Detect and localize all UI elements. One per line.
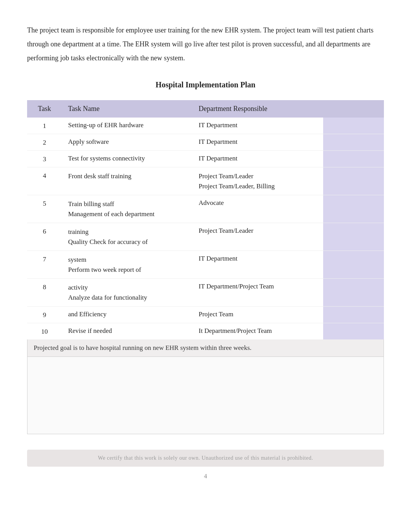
task-dept: Project Team — [192, 307, 323, 323]
table-row: 3 Test for systems connectivity IT Depar… — [27, 151, 384, 167]
implementation-table: Task Task Name Department Responsible 1 … — [27, 100, 384, 339]
task-dept: IT Department — [192, 251, 323, 279]
task-num: 7 — [27, 251, 62, 279]
table-row: 6 trainingQuality Check for accuracy of … — [27, 223, 384, 251]
task-name: systemPerform two week report of — [62, 251, 192, 279]
blank-area — [27, 357, 384, 434]
task-num: 8 — [27, 279, 62, 307]
task-name: and Efficiency — [62, 307, 192, 323]
table-title: Hospital Implementation Plan — [27, 80, 384, 89]
task-name: Setting-up of EHR hardware — [62, 118, 192, 134]
task-extra — [323, 279, 384, 307]
task-num: 3 — [27, 151, 62, 167]
task-name: activityAnalyze data for functionality — [62, 279, 192, 307]
table-row: 2 Apply software IT Department — [27, 134, 384, 151]
table-row: 1 Setting-up of EHR hardware IT Departme… — [27, 118, 384, 134]
task-name: Train billing staffManagement of each de… — [62, 195, 192, 223]
task-dept: IT Department/Project Team — [192, 279, 323, 307]
task-name: Apply software — [62, 134, 192, 151]
task-extra — [323, 134, 384, 151]
task-name: Front desk staff training — [62, 167, 192, 195]
col-header-task: Task — [27, 100, 62, 118]
task-name: Revise if needed — [62, 323, 192, 340]
task-num: 9 — [27, 307, 62, 323]
implementation-table-container: Task Task Name Department Responsible 1 … — [27, 100, 384, 434]
task-num: 4 — [27, 167, 62, 195]
task-extra — [323, 195, 384, 223]
task-num: 6 — [27, 223, 62, 251]
table-header-row: Task Task Name Department Responsible — [27, 100, 384, 118]
bottom-bar: We certify that this work is solely our … — [27, 450, 384, 467]
task-extra — [323, 251, 384, 279]
intro-paragraph: The project team is responsible for empl… — [27, 23, 384, 65]
task-extra — [323, 118, 384, 134]
col-header-dept: Department Responsible — [192, 100, 323, 118]
task-num: 2 — [27, 134, 62, 151]
task-extra — [323, 151, 384, 167]
table-row: 9 and Efficiency Project Team — [27, 307, 384, 323]
bottom-bar-text: We certify that this work is solely our … — [35, 455, 376, 461]
task-num: 1 — [27, 118, 62, 134]
table-row: 8 activityAnalyze data for functionality… — [27, 279, 384, 307]
task-name: Test for systems connectivity — [62, 151, 192, 167]
table-footer-note: Projected goal is to have hospital runni… — [27, 339, 384, 357]
task-extra — [323, 167, 384, 195]
col-header-extra — [323, 100, 384, 118]
table-row: 4 Front desk staff training Project Team… — [27, 167, 384, 195]
task-extra — [323, 223, 384, 251]
task-dept: IT Department — [192, 151, 323, 167]
task-extra — [323, 307, 384, 323]
task-name: trainingQuality Check for accuracy of — [62, 223, 192, 251]
page-number: 4 — [27, 473, 384, 480]
task-dept: It Department/Project Team — [192, 323, 323, 340]
task-extra — [323, 323, 384, 340]
task-num: 10 — [27, 323, 62, 340]
task-dept: IT Department — [192, 134, 323, 151]
table-row: 10 Revise if needed It Department/Projec… — [27, 323, 384, 340]
task-dept: Advocate — [192, 195, 323, 223]
task-dept: IT Department — [192, 118, 323, 134]
task-dept: Project Team/LeaderProject Team/Leader, … — [192, 167, 323, 195]
col-header-taskname: Task Name — [62, 100, 192, 118]
task-num: 5 — [27, 195, 62, 223]
table-row: 7 systemPerform two week report of IT De… — [27, 251, 384, 279]
table-row: 5 Train billing staffManagement of each … — [27, 195, 384, 223]
task-dept: Project Team/Leader — [192, 223, 323, 251]
